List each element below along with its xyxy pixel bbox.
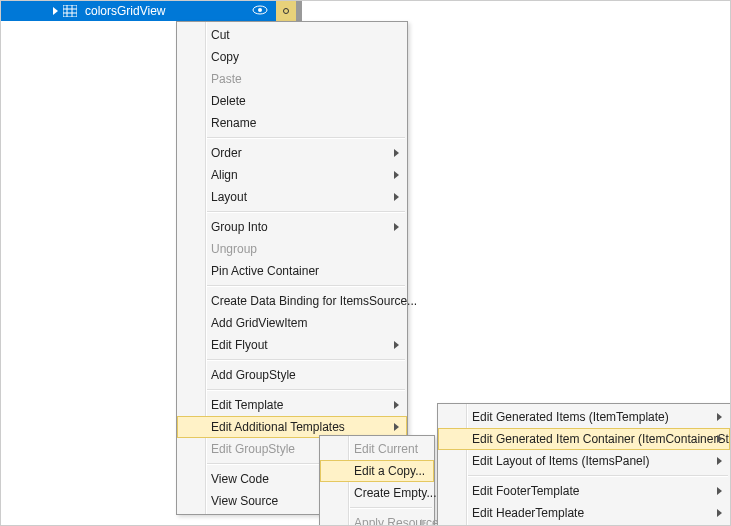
submenu-template-actions: Edit Current Edit a Copy... Create Empty… <box>319 435 435 526</box>
submenu-arrow-icon <box>394 193 399 201</box>
row-tail <box>296 1 302 21</box>
menu-add-gridviewitem[interactable]: Add GridViewItem <box>177 312 407 334</box>
menu-label: Edit HeaderTemplate <box>472 506 584 520</box>
expand-icon[interactable] <box>53 7 58 15</box>
menu-delete[interactable]: Delete <box>177 90 407 112</box>
menu-label: Edit Flyout <box>211 338 268 352</box>
menu-edit-template[interactable]: Edit Template <box>177 394 407 416</box>
outline-item-label: colorsGridView <box>85 4 165 18</box>
submenu-additional-templates: Edit Generated Items (ItemTemplate) Edit… <box>437 403 731 526</box>
menu-edit-a-copy[interactable]: Edit a Copy... <box>320 460 434 482</box>
visibility-icon[interactable] <box>252 3 268 20</box>
submenu-arrow-icon <box>717 487 722 495</box>
menu-label: Edit Template <box>211 398 284 412</box>
menu-gen-item-container[interactable]: Edit Generated Item Container (ItemConta… <box>438 428 730 450</box>
submenu-arrow-icon <box>421 519 426 526</box>
menu-label: Edit FooterTemplate <box>472 484 579 498</box>
menu-separator <box>207 137 405 139</box>
outline-row-selected[interactable]: colorsGridView <box>1 1 296 21</box>
menu-rename[interactable]: Rename <box>177 112 407 134</box>
menu-cut[interactable]: Cut <box>177 24 407 46</box>
menu-align[interactable]: Align <box>177 164 407 186</box>
menu-label: Edit Layout of Items (ItemsPanel) <box>472 454 649 468</box>
submenu-arrow-icon <box>717 435 722 443</box>
menu-paste: Paste <box>177 68 407 90</box>
submenu-arrow-icon <box>717 457 722 465</box>
menu-label: Edit Generated Item Container (ItemConta… <box>472 432 731 446</box>
lock-toggle[interactable] <box>276 1 296 21</box>
menu-separator <box>207 359 405 361</box>
menu-label: Group Into <box>211 220 268 234</box>
menu-separator <box>207 211 405 213</box>
submenu-arrow-icon <box>394 341 399 349</box>
menu-label: Align <box>211 168 238 182</box>
submenu-arrow-icon <box>394 423 399 431</box>
submenu-arrow-icon <box>717 509 722 517</box>
menu-label: Edit GroupStyle <box>211 442 295 456</box>
submenu-arrow-icon <box>394 401 399 409</box>
svg-point-6 <box>258 8 262 12</box>
menu-gen-items[interactable]: Edit Generated Items (ItemTemplate) <box>438 406 730 428</box>
submenu-arrow-icon <box>394 149 399 157</box>
menu-apply-resource: Apply Resource <box>320 512 434 526</box>
menu-pin-active[interactable]: Pin Active Container <box>177 260 407 282</box>
menu-separator <box>468 475 728 477</box>
menu-group-into[interactable]: Group Into <box>177 216 407 238</box>
menu-edit-flyout[interactable]: Edit Flyout <box>177 334 407 356</box>
menu-layout[interactable]: Layout <box>177 186 407 208</box>
menu-separator <box>207 285 405 287</box>
lock-icon <box>283 8 289 14</box>
svg-rect-0 <box>63 5 77 17</box>
menu-copy[interactable]: Copy <box>177 46 407 68</box>
submenu-arrow-icon <box>394 223 399 231</box>
menu-separator <box>207 389 405 391</box>
menu-label: Order <box>211 146 242 160</box>
submenu-arrow-icon <box>394 171 399 179</box>
menu-separator <box>350 507 432 509</box>
menu-order[interactable]: Order <box>177 142 407 164</box>
gridview-icon <box>63 5 77 17</box>
menu-ungroup: Ungroup <box>177 238 407 260</box>
menu-label: Edit Additional Templates <box>211 420 345 434</box>
menu-header-template[interactable]: Edit HeaderTemplate <box>438 502 730 524</box>
menu-create-binding[interactable]: Create Data Binding for ItemsSource... <box>177 290 407 312</box>
menu-footer-template[interactable]: Edit FooterTemplate <box>438 480 730 502</box>
menu-label: Layout <box>211 190 247 204</box>
menu-label: Edit Generated Items (ItemTemplate) <box>472 410 669 424</box>
menu-layout-items[interactable]: Edit Layout of Items (ItemsPanel) <box>438 450 730 472</box>
menu-label: Apply Resource <box>354 516 439 526</box>
menu-add-groupstyle[interactable]: Add GroupStyle <box>177 364 407 386</box>
menu-create-empty[interactable]: Create Empty... <box>320 482 434 504</box>
menu-edit-current: Edit Current <box>320 438 434 460</box>
submenu-arrow-icon <box>717 413 722 421</box>
